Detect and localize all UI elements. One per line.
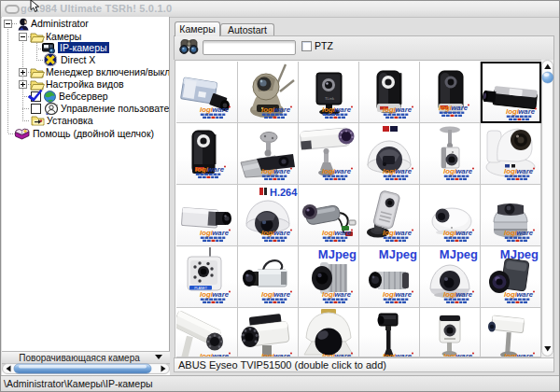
svg-text:ware: ware — [207, 165, 224, 174]
svg-text:ware: ware — [516, 167, 533, 175]
svg-text:logi: logi — [504, 167, 518, 175]
svg-text:ware: ware — [451, 104, 468, 112]
svg-text:logi: logi — [195, 165, 209, 174]
svg-text:ware: ware — [334, 290, 351, 299]
svg-text:logi: logi — [261, 167, 275, 175]
svg-text:logi: logi — [443, 229, 457, 237]
svg-text:logi: logi — [506, 107, 520, 116]
svg-text:logi: logi — [322, 167, 336, 175]
svg-text:logi: logi — [261, 290, 275, 299]
svg-text:logi: logi — [322, 229, 336, 237]
svg-text:logi: logi — [261, 229, 275, 237]
svg-text:MJpeg: MJpeg — [379, 247, 417, 261]
svg-text:logi: logi — [322, 105, 336, 114]
svg-text:ware: ware — [395, 105, 412, 114]
svg-text:ware: ware — [273, 290, 290, 299]
svg-text:ware: ware — [212, 105, 229, 114]
svg-text:logi: logi — [383, 167, 397, 175]
svg-text:ware: ware — [273, 167, 290, 175]
svg-text:ware: ware — [516, 290, 533, 299]
svg-text:ware: ware — [334, 229, 351, 237]
svg-text:ware: ware — [273, 105, 290, 114]
svg-text:TLink: TLink — [325, 96, 334, 101]
svg-text:logi: logi — [200, 290, 214, 299]
svg-text:ware: ware — [455, 167, 472, 175]
svg-text:logi: logi — [443, 167, 457, 175]
svg-text:MJpeg: MJpeg — [318, 247, 357, 261]
svg-text:ware: ware — [518, 107, 535, 116]
svg-text:H.264: H.264 — [270, 187, 298, 198]
svg-text:logi: logi — [383, 105, 397, 114]
svg-text:ware: ware — [334, 167, 351, 175]
svg-text:logi: logi — [504, 229, 518, 237]
svg-text:ware: ware — [334, 105, 351, 114]
svg-text:ware: ware — [516, 229, 533, 237]
svg-text:ware: ware — [455, 290, 472, 299]
svg-text:ware: ware — [395, 229, 412, 237]
svg-text:logi: logi — [439, 104, 453, 112]
svg-text:logi: logi — [200, 105, 214, 114]
svg-text:logi: logi — [383, 290, 397, 299]
svg-text:ware: ware — [455, 229, 472, 237]
svg-text:logi: logi — [322, 290, 336, 299]
svg-text:logi: logi — [261, 105, 275, 114]
svg-text:ware: ware — [212, 290, 229, 299]
svg-text:ware: ware — [395, 167, 412, 175]
svg-text:ware: ware — [212, 229, 229, 237]
svg-text:MJpeg: MJpeg — [440, 247, 478, 261]
svg-text:logi: logi — [383, 229, 397, 237]
svg-text:ware: ware — [273, 229, 290, 237]
svg-text:ware: ware — [395, 290, 412, 299]
svg-text:logi: logi — [443, 290, 457, 299]
svg-text:logi: logi — [504, 290, 518, 299]
svg-text:logi: logi — [200, 229, 214, 237]
